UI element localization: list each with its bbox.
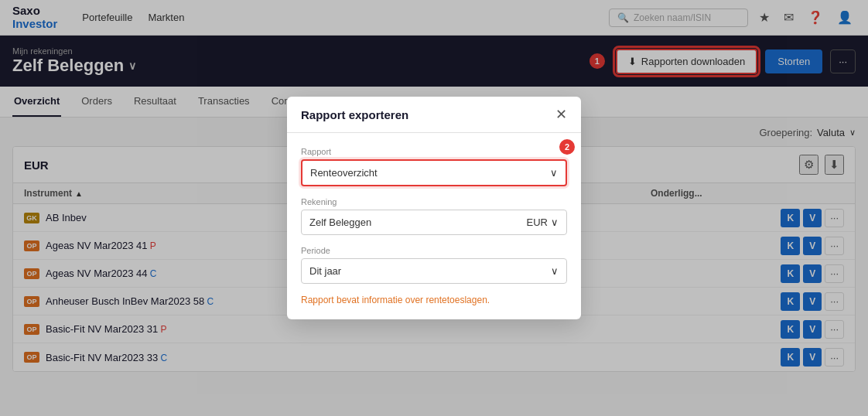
rekening-currency: EUR ∨: [527, 217, 559, 228]
modal-body: Rapport Renteoverzicht ∨ 2 Rekening Zelf…: [287, 133, 581, 319]
rekening-row: Zelf Beleggen EUR ∨: [309, 217, 559, 228]
rekening-chevron-icon: ∨: [551, 217, 559, 228]
rekening-select[interactable]: Zelf Beleggen EUR ∨: [301, 210, 567, 235]
periode-chevron-icon: ∨: [551, 265, 559, 277]
periode-field-group: Periode Dit jaar ∨: [301, 246, 567, 284]
rapport-field-group: Rapport Renteoverzicht ∨ 2: [301, 147, 567, 186]
modal-close-button[interactable]: ✕: [555, 107, 567, 121]
rekening-field-group: Rekening Zelf Beleggen EUR ∨: [301, 197, 567, 235]
rekening-name: Zelf Beleggen: [309, 217, 371, 228]
periode-label: Periode: [301, 246, 567, 255]
rapport-value: Renteoverzicht: [310, 167, 378, 179]
rapport-chevron-icon: ∨: [550, 167, 558, 179]
rapport-label: Rapport: [301, 147, 567, 156]
modal-overlay: Rapport exporteren ✕ Rapport Renteoverzi…: [0, 0, 868, 381]
modal-title: Rapport exporteren: [301, 108, 408, 121]
modal-header: Rapport exporteren ✕: [287, 97, 581, 133]
periode-value: Dit jaar: [309, 265, 341, 277]
info-text: Rapport bevat informatie over rentetoesl…: [301, 295, 567, 305]
rapport-select[interactable]: Renteoverzicht ∨: [301, 159, 567, 186]
rekening-label: Rekening: [301, 197, 567, 206]
badge-2: 2: [559, 139, 575, 155]
periode-select[interactable]: Dit jaar ∨: [301, 258, 567, 284]
modal: Rapport exporteren ✕ Rapport Renteoverzi…: [287, 97, 581, 319]
